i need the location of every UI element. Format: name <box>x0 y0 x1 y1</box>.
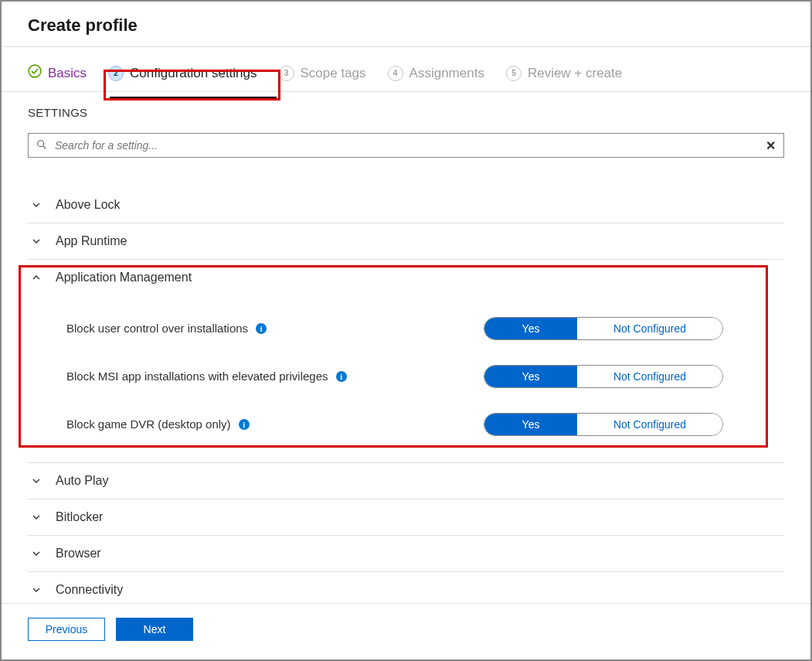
chevron-down-icon <box>31 549 42 558</box>
wizard-tabs: Basics 2 Configuration settings 3 Scope … <box>2 47 810 92</box>
toggle-block-game-dvr[interactable]: Yes Not Configured <box>484 413 723 436</box>
category-label: Browser <box>56 547 101 560</box>
category-label: Application Management <box>56 271 192 285</box>
category-connectivity[interactable]: Connectivity <box>28 571 784 608</box>
search-icon <box>36 139 47 152</box>
setting-label: Block MSI app installations with elevate… <box>66 369 328 384</box>
tab-label: Scope tags <box>301 66 366 81</box>
chevron-up-icon <box>31 273 42 282</box>
category-label: Bitlocker <box>56 510 103 524</box>
tab-label: Basics <box>48 66 87 81</box>
toggle-option-not-configured[interactable]: Not Configured <box>577 318 722 339</box>
setting-block-game-dvr: Block game DVR (desktop only) i Yes Not … <box>66 400 784 448</box>
category-bitlocker[interactable]: Bitlocker <box>28 499 784 535</box>
category-auto-play[interactable]: Auto Play <box>28 462 784 499</box>
tab-assignments[interactable]: 4 Assignments <box>388 66 484 81</box>
chevron-down-icon <box>31 476 42 486</box>
chevron-down-icon <box>31 585 42 595</box>
chevron-down-icon <box>31 200 42 210</box>
search-input-wrapper[interactable]: ✕ <box>28 133 784 158</box>
category-label: Connectivity <box>56 583 123 597</box>
step-badge: 4 <box>388 66 403 81</box>
toggle-block-user-control[interactable]: Yes Not Configured <box>484 317 723 340</box>
toggle-option-yes[interactable]: Yes <box>484 318 577 339</box>
tab-configuration-settings[interactable]: 2 Configuration settings <box>108 66 257 81</box>
tab-label: Review + create <box>528 66 622 81</box>
checkmark-icon <box>28 64 42 82</box>
toggle-option-yes[interactable]: Yes <box>484 366 577 387</box>
clear-icon[interactable]: ✕ <box>766 138 776 153</box>
previous-button[interactable]: Previous <box>28 618 105 641</box>
page-title: Create profile <box>28 15 784 36</box>
next-button[interactable]: Next <box>116 618 193 641</box>
toggle-block-msi-elevated[interactable]: Yes Not Configured <box>484 365 723 388</box>
category-label: Above Lock <box>56 198 121 212</box>
step-badge: 3 <box>279 66 294 81</box>
category-label: Auto Play <box>56 474 108 488</box>
search-input[interactable] <box>55 139 758 152</box>
info-icon[interactable]: i <box>336 371 347 382</box>
tab-review-create[interactable]: 5 Review + create <box>506 66 622 81</box>
toggle-option-not-configured[interactable]: Not Configured <box>577 366 722 387</box>
tab-scope-tags[interactable]: 3 Scope tags <box>279 66 366 81</box>
info-icon[interactable]: i <box>256 323 267 334</box>
toggle-option-yes[interactable]: Yes <box>484 414 577 435</box>
setting-block-user-control: Block user control over installations i … <box>66 305 784 353</box>
category-application-management[interactable]: Application Management <box>28 259 784 295</box>
tab-underline <box>110 97 277 98</box>
toggle-option-not-configured[interactable]: Not Configured <box>577 414 722 435</box>
chevron-down-icon <box>31 513 42 522</box>
category-app-runtime[interactable]: App Runtime <box>28 223 784 259</box>
step-badge: 2 <box>108 66 124 81</box>
tab-basics[interactable]: Basics <box>28 64 87 82</box>
category-above-lock[interactable]: Above Lock <box>28 187 784 223</box>
category-label: App Runtime <box>56 234 127 248</box>
settings-categories: Above Lock App Runtime Application Manag… <box>28 187 784 614</box>
application-management-settings: Block user control over installations i … <box>28 295 784 462</box>
tab-label: Assignments <box>409 66 484 81</box>
info-icon[interactable]: i <box>239 419 250 430</box>
chevron-down-icon <box>31 237 42 246</box>
svg-point-0 <box>29 65 41 77</box>
setting-label: Block user control over installations <box>66 321 248 336</box>
settings-heading: Settings <box>28 106 784 119</box>
tab-label: Configuration settings <box>130 66 257 81</box>
setting-label: Block game DVR (desktop only) <box>66 417 231 432</box>
setting-block-msi-elevated: Block MSI app installations with elevate… <box>66 353 784 400</box>
wizard-footer: Previous Next <box>2 603 810 659</box>
step-badge: 5 <box>506 66 522 81</box>
svg-line-2 <box>43 145 46 148</box>
category-browser[interactable]: Browser <box>28 535 784 571</box>
svg-point-1 <box>38 140 44 146</box>
